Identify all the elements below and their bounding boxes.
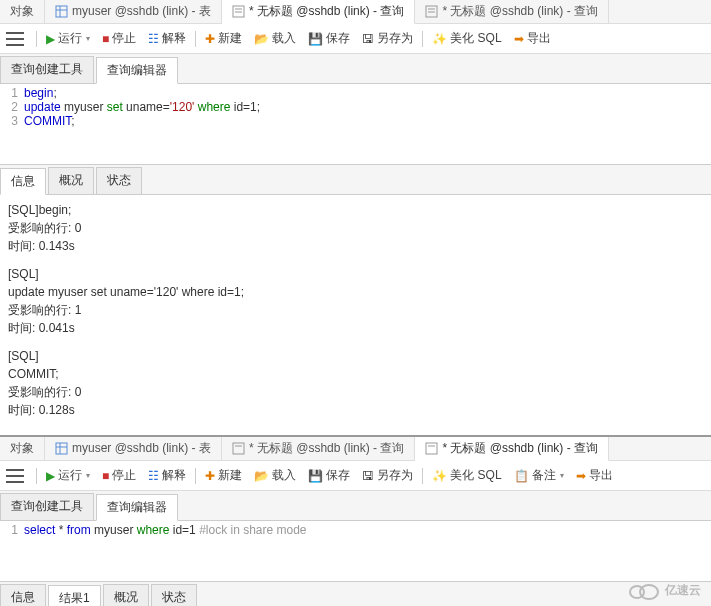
rtab-status[interactable]: 状态 (96, 167, 142, 194)
win-tab-query-2[interactable]: * 无标题 @sshdb (link) - 查询 (415, 437, 609, 461)
menu-button[interactable] (6, 469, 24, 483)
tab-label: 对象 (10, 3, 34, 20)
bottom-sql-editor[interactable]: 1select * from myuser where id=1 #lock i… (0, 521, 711, 581)
beautify-button[interactable]: ✨美化 SQL (427, 27, 506, 50)
top-panel: 对象 myuser @sshdb (link) - 表 * 无标题 @sshdb… (0, 0, 711, 435)
query-icon (425, 5, 438, 18)
export-icon: ➡ (514, 32, 524, 46)
rtab-result1[interactable]: 结果1 (48, 585, 101, 606)
play-icon: ▶ (46, 469, 55, 483)
chevron-down-icon: ▾ (560, 471, 564, 480)
play-icon: ▶ (46, 32, 55, 46)
subtab-builder[interactable]: 查询创建工具 (0, 493, 94, 520)
svg-rect-12 (233, 443, 244, 454)
export-icon: ➡ (576, 469, 586, 483)
rtab-info[interactable]: 信息 (0, 168, 46, 195)
save-button[interactable]: 💾保存 (303, 464, 355, 487)
notes-button[interactable]: 📋备注▾ (509, 464, 569, 487)
top-subtabs: 查询创建工具 查询编辑器 (0, 54, 711, 84)
query-icon (232, 442, 245, 455)
load-button[interactable]: 📂载入 (249, 27, 301, 50)
query-icon (232, 5, 245, 18)
top-result-tabs: 信息 概况 状态 (0, 164, 711, 195)
save-icon: 💾 (308, 32, 323, 46)
svg-rect-9 (56, 443, 67, 454)
bottom-window-tabs: 对象 myuser @sshdb (link) - 表 * 无标题 @sshdb… (0, 437, 711, 461)
chevron-down-icon: ▾ (86, 34, 90, 43)
new-button[interactable]: ✚新建 (200, 27, 247, 50)
explain-icon: ☷ (148, 469, 159, 483)
magic-icon: ✨ (432, 32, 447, 46)
top-window-tabs: 对象 myuser @sshdb (link) - 表 * 无标题 @sshdb… (0, 0, 711, 24)
svg-rect-14 (426, 443, 437, 454)
new-icon: ✚ (205, 469, 215, 483)
tab-label: * 无标题 @sshdb (link) - 查询 (249, 3, 405, 20)
svg-rect-0 (56, 6, 67, 17)
save-icon: 💾 (308, 469, 323, 483)
subtab-builder[interactable]: 查询创建工具 (0, 56, 94, 83)
explain-icon: ☷ (148, 32, 159, 46)
watermark-text: 亿速云 (665, 582, 701, 599)
run-button[interactable]: ▶运行▾ (41, 464, 95, 487)
top-sql-editor[interactable]: 1begin;2update myuser set uname='120' wh… (0, 84, 711, 164)
saveas-button[interactable]: 🖫另存为 (357, 464, 418, 487)
table-icon (55, 5, 68, 18)
run-button[interactable]: ▶运行▾ (41, 27, 95, 50)
watermark: 亿速云 (627, 580, 701, 600)
new-icon: ✚ (205, 32, 215, 46)
bottom-toolbar: ▶运行▾ ■停止 ☷解释 ✚新建 📂载入 💾保存 🖫另存为 ✨美化 SQL 📋备… (0, 461, 711, 491)
stop-button[interactable]: ■停止 (97, 464, 141, 487)
stop-icon: ■ (102, 469, 109, 483)
saveas-icon: 🖫 (362, 469, 374, 483)
tab-label: * 无标题 @sshdb (link) - 查询 (442, 3, 598, 20)
separator (36, 31, 37, 47)
win-tab-query-1[interactable]: * 无标题 @sshdb (link) - 查询 (222, 0, 416, 24)
cloud-icon (627, 580, 661, 600)
top-toolbar: ▶运行▾ ■停止 ☷解释 ✚新建 📂载入 💾保存 🖫另存为 ✨美化 SQL ➡导… (0, 24, 711, 54)
svg-point-17 (640, 585, 658, 599)
menu-button[interactable] (6, 32, 24, 46)
win-tab-query-2[interactable]: * 无标题 @sshdb (link) - 查询 (415, 0, 609, 23)
win-tab-objects[interactable]: 对象 (0, 0, 45, 23)
saveas-icon: 🖫 (362, 32, 374, 46)
subtab-editor[interactable]: 查询编辑器 (96, 494, 178, 521)
separator (36, 468, 37, 484)
load-icon: 📂 (254, 32, 269, 46)
win-tab-query-1[interactable]: * 无标题 @sshdb (link) - 查询 (222, 437, 416, 460)
win-tab-table[interactable]: myuser @sshdb (link) - 表 (45, 0, 222, 23)
explain-button[interactable]: ☷解释 (143, 27, 191, 50)
save-button[interactable]: 💾保存 (303, 27, 355, 50)
stop-icon: ■ (102, 32, 109, 46)
bottom-subtabs: 查询创建工具 查询编辑器 (0, 491, 711, 521)
separator (422, 468, 423, 484)
bottom-result-tabs: 信息 结果1 概况 状态 (0, 581, 711, 606)
explain-button[interactable]: ☷解释 (143, 464, 191, 487)
new-button[interactable]: ✚新建 (200, 464, 247, 487)
separator (422, 31, 423, 47)
subtab-editor[interactable]: 查询编辑器 (96, 57, 178, 84)
query-icon (425, 442, 438, 455)
beautify-button[interactable]: ✨美化 SQL (427, 464, 506, 487)
message-pane: [SQL]begin;受影响的行: 0时间: 0.143s[SQL]update… (0, 195, 711, 435)
rtab-profile[interactable]: 概况 (48, 167, 94, 194)
separator (195, 468, 196, 484)
notes-icon: 📋 (514, 469, 529, 483)
separator (195, 31, 196, 47)
export-button[interactable]: ➡导出 (571, 464, 618, 487)
export-button[interactable]: ➡导出 (509, 27, 556, 50)
rtab-info[interactable]: 信息 (0, 584, 46, 606)
load-button[interactable]: 📂载入 (249, 464, 301, 487)
rtab-profile[interactable]: 概况 (103, 584, 149, 606)
saveas-button[interactable]: 🖫另存为 (357, 27, 418, 50)
magic-icon: ✨ (432, 469, 447, 483)
win-tab-objects[interactable]: 对象 (0, 437, 45, 460)
rtab-status[interactable]: 状态 (151, 584, 197, 606)
table-icon (55, 442, 68, 455)
chevron-down-icon: ▾ (86, 471, 90, 480)
win-tab-table[interactable]: myuser @sshdb (link) - 表 (45, 437, 222, 460)
tab-label: myuser @sshdb (link) - 表 (72, 3, 211, 20)
stop-button[interactable]: ■停止 (97, 27, 141, 50)
load-icon: 📂 (254, 469, 269, 483)
bottom-panel: 对象 myuser @sshdb (link) - 表 * 无标题 @sshdb… (0, 435, 711, 606)
